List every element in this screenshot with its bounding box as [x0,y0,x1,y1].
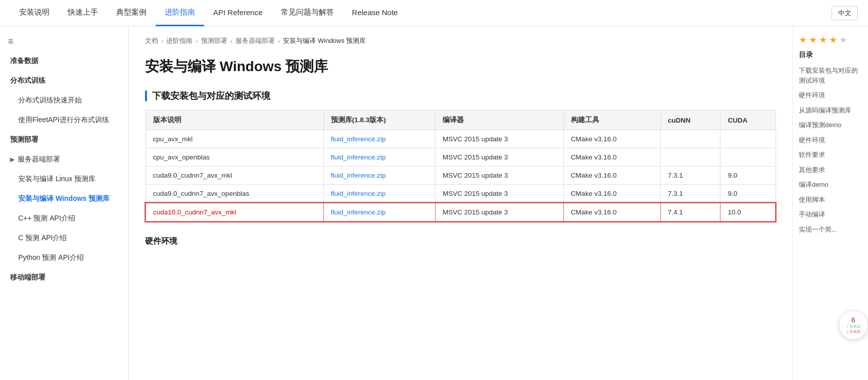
sidebar-item-fleetapi[interactable]: 使用FleetAPI进行分布式训练 [0,110,128,130]
page-title: 安装与编译 Windows 预测库 [145,58,776,76]
star-rating: ★ ★ ★ ★ ★ [799,34,862,45]
sidebar-item-prepare-data: 准备数据 [0,51,128,71]
breadcrumb-sep1: › [161,37,163,45]
section1-heading: 下载安装包与对应的测试环境 [145,90,776,102]
cell-build: CMake v3.16.0 [563,203,660,222]
star5[interactable]: ★ [839,34,847,45]
page-layout: ≡ 准备数据 分布式训练 分布式训练快速开始 使用FleetAPI进行分布式训练… [0,26,868,380]
cell-lib[interactable]: fluid_inference.zip [323,167,435,185]
table-row: cpu_avx_mklfluid_inference.zipMSVC 2015 … [146,130,776,148]
toc-item[interactable]: 从源码编译预测库 [799,105,862,116]
section-bar [145,90,147,101]
sidebar-item-c-api[interactable]: C 预测 API介绍 [0,228,128,248]
toc-items: 下载安装包与对应的测试环境硬件环境从源码编译预测库编译预测demo硬件环境软件要… [799,66,862,234]
network-number: 6 [851,316,855,324]
cell-version: cpu_avx_mkl [146,130,323,148]
th-version: 版本说明 [146,111,323,130]
breadcrumb-sep4: › [278,37,280,45]
star1[interactable]: ★ [799,34,807,45]
table-body: cpu_avx_mklfluid_inference.zipMSVC 2015 … [146,130,776,222]
th-cuda: CUDA [720,111,776,130]
nav-install[interactable]: 安装说明 [10,0,59,26]
sidebar-item-python-api[interactable]: Python 预测 API介绍 [0,248,128,267]
breadcrumb-sep3: › [230,37,232,45]
sidebar-item-server-deploy[interactable]: ▶ 服务器端部署 [0,149,128,169]
cell-lib[interactable]: fluid_inference.zip [323,203,435,222]
table-header-row: 版本说明 预测库(1.8.3版本) 编译器 构建工具 cuDNN CUDA [146,111,776,130]
th-compiler: 编译器 [436,111,564,130]
cell-cudnn [660,130,720,148]
cell-cudnn: 7.4.1 [660,203,720,222]
cell-cuda [720,130,776,148]
toc-item[interactable]: 软件要求 [799,150,862,160]
breadcrumb-doc[interactable]: 文档 [145,36,158,45]
table-row: cuda9.0_cudnn7_avx_mklfluid_inference.zi… [146,167,776,185]
nav-quickstart[interactable]: 快速上手 [59,0,107,26]
th-lib: 预测库(1.8.3版本) [323,111,435,130]
cell-cuda: 9.0 [720,167,776,185]
main-content: 文档 › 进阶指南 › 预测部署 › 服务器端部署 › 安装与编译 Window… [129,26,792,380]
breadcrumb-prediction[interactable]: 预测部署 [201,36,227,45]
cell-cuda: 9.0 [720,185,776,203]
cell-cuda: 10.0 [720,203,776,222]
table-head: 版本说明 预测库(1.8.3版本) 编译器 构建工具 cuDNN CUDA [146,111,776,130]
toc-title: 目录 [799,50,862,60]
sidebar-item-dist-quickstart[interactable]: 分布式训练快速开始 [0,90,128,110]
network-up: ↑ 0 K/s [846,324,860,329]
nav-cases[interactable]: 典型案例 [107,0,156,26]
table-row: cpu_avx_openblasfluid_inference.zipMSVC … [146,148,776,167]
section1-heading-text: 下载安装包与对应的测试环境 [152,90,270,102]
toc-item[interactable]: 硬件环境 [799,90,862,100]
nav-faq[interactable]: 常见问题与解答 [272,0,343,26]
star2[interactable]: ★ [809,34,817,45]
network-widget[interactable]: 6 ↑ 0 K/s ↓ 0 K/s [839,310,868,340]
cell-lib[interactable]: fluid_inference.zip [323,185,435,203]
network-down: ↓ 0 K/s [846,329,860,334]
nav-api[interactable]: API Reference [204,0,272,26]
table-row: cuda10.0_cudnn7_avx_mklfluid_inference.z… [146,203,776,222]
toc-item[interactable]: 硬件环境 [799,135,862,145]
cell-compiler: MSVC 2015 update 3 [436,185,564,203]
star3[interactable]: ★ [819,34,827,45]
breadcrumb-sep2: › [196,37,198,45]
toc-item[interactable]: 其他要求 [799,165,862,175]
nav-release[interactable]: Release Note [343,0,407,26]
collapse-btn[interactable]: ≡ [0,32,128,51]
prediction-table: 版本说明 预测库(1.8.3版本) 编译器 构建工具 cuDNN CUDA cp… [145,110,776,222]
cell-cudnn: 7.3.1 [660,185,720,203]
lang-btn[interactable]: 中文 [832,6,858,20]
cell-cudnn [660,148,720,167]
sidebar-item-server-label: 服务器端部署 [18,154,60,165]
toc-item[interactable]: 实现一个简... [799,225,862,235]
sidebar-item-cpp-api[interactable]: C++ 预测 API介绍 [0,208,128,228]
th-build: 构建工具 [563,111,660,130]
cell-lib[interactable]: fluid_inference.zip [323,130,435,148]
cell-build: CMake v3.16.0 [563,167,660,185]
cell-lib[interactable]: fluid_inference.zip [323,148,435,167]
star4[interactable]: ★ [829,34,837,45]
cell-compiler: MSVC 2015 update 3 [436,148,564,167]
breadcrumb-server[interactable]: 服务器端部署 [235,36,275,45]
sidebar-item-windows-lib[interactable]: 安装与编译 Windows 预测库 [0,189,128,208]
toc-item[interactable]: 使用脚本 [799,195,862,205]
sidebar-item-linux-lib[interactable]: 安装与编译 Linux 预测库 [0,169,128,189]
section2-heading: 硬件环境 [145,236,776,247]
toc-item[interactable]: 下载安装包与对应的测试环境 [799,66,862,85]
nav-advanced[interactable]: 进阶指南 [156,0,204,26]
toc-item[interactable]: 编译预测demo [799,120,862,130]
breadcrumb: 文档 › 进阶指南 › 预测部署 › 服务器端部署 › 安装与编译 Window… [145,36,776,45]
arrow-icon: ▶ [10,155,15,164]
cell-version: cpu_avx_openblas [146,148,323,167]
toc-item[interactable]: 编译demo [799,180,862,190]
cell-version: cuda10.0_cudnn7_avx_mkl [146,203,323,222]
cell-build: CMake v3.16.0 [563,185,660,203]
cell-compiler: MSVC 2015 update 3 [436,167,564,185]
sidebar: ≡ 准备数据 分布式训练 分布式训练快速开始 使用FleetAPI进行分布式训练… [0,26,129,380]
cell-cudnn: 7.3.1 [660,167,720,185]
sidebar-item-mobile-deploy: 移动端部署 [0,267,128,287]
toc-item[interactable]: 手动编译 [799,209,862,220]
cell-version: cuda9.0_cudnn7_avx_openblas [146,185,323,203]
breadcrumb-advanced[interactable]: 进阶指南 [166,36,192,45]
top-nav: 安装说明 快速上手 典型案例 进阶指南 API Reference 常见问题与解… [0,0,868,26]
breadcrumb-current: 安装与编译 Windows 预测库 [283,36,366,45]
